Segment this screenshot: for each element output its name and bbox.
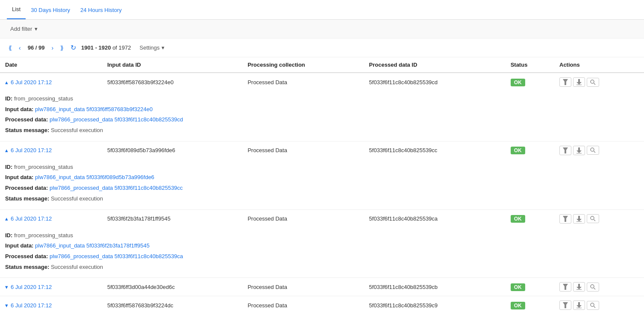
search-action-button[interactable] <box>587 214 599 223</box>
download-icon <box>576 79 582 85</box>
tab-30days[interactable]: 30 Days History <box>26 1 75 19</box>
filter-action-button[interactable] <box>559 77 571 87</box>
id-label: ID: <box>5 164 12 170</box>
filter-icon <box>563 147 568 153</box>
table-row: ▴ 6 Jul 2020 17:12 5f033f6ff587683b9f322… <box>0 73 644 91</box>
processed-value: plw7866_processed_data 5f033f6f11c8c40b8… <box>50 185 183 191</box>
svg-line-11 <box>594 151 596 153</box>
actions-cell <box>559 282 639 292</box>
data-table: Date Input data ID Processing collection… <box>0 57 644 314</box>
date-cell[interactable]: ▴ 6 Jul 2020 17:12 <box>5 79 97 85</box>
filter-action-button[interactable] <box>559 214 571 224</box>
next-page-button[interactable]: › <box>50 44 55 52</box>
svg-line-5 <box>594 83 596 85</box>
table-row: ▴ 6 Jul 2020 17:12 5f033f6f2b3fa178f1ff9… <box>0 209 644 228</box>
search-icon <box>590 303 596 308</box>
date-value: 6 Jul 2020 17:12 <box>11 284 52 290</box>
input-label: Input data: <box>5 106 33 112</box>
download-action-button[interactable] <box>573 300 585 310</box>
last-page-button[interactable]: ⟫ <box>59 44 65 52</box>
svg-rect-3 <box>576 85 582 85</box>
svg-rect-1 <box>578 79 580 82</box>
actions-cell <box>559 300 639 310</box>
download-action-button[interactable] <box>573 77 585 87</box>
filter-icon <box>563 284 568 290</box>
svg-line-17 <box>594 220 596 221</box>
col-status: Status <box>506 57 554 73</box>
filter-action-button[interactable] <box>559 282 571 292</box>
download-action-button[interactable] <box>573 146 585 155</box>
add-filter-button[interactable]: Add filter ▾ <box>7 24 41 34</box>
search-action-button[interactable] <box>587 283 599 292</box>
download-action-button[interactable] <box>573 214 585 224</box>
download-action-button[interactable] <box>573 282 585 292</box>
status-msg-label: Status message: <box>5 127 49 133</box>
table-row: ▴ 6 Jul 2020 17:12 5f033f6f089d5b73a996f… <box>0 141 644 159</box>
next-page-icon: › <box>51 44 53 51</box>
svg-line-23 <box>594 288 596 289</box>
status-msg-value: Successful execution <box>51 195 103 202</box>
collapse-icon: ▴ <box>5 147 8 153</box>
svg-marker-24 <box>563 302 568 308</box>
filter-action-button[interactable] <box>559 300 571 310</box>
status-badge: OK <box>511 215 525 223</box>
download-icon <box>576 302 582 308</box>
date-value: 6 Jul 2020 17:12 <box>11 302 52 309</box>
search-action-button[interactable] <box>587 78 599 87</box>
processed-label: Processed data: <box>5 116 48 123</box>
actions-cell <box>559 77 639 87</box>
svg-marker-18 <box>563 284 568 290</box>
svg-marker-6 <box>563 147 568 153</box>
svg-point-16 <box>591 216 594 220</box>
search-action-button[interactable] <box>587 301 599 310</box>
refresh-button[interactable]: ↻ <box>69 43 78 53</box>
processing-collection: Processed Data <box>242 141 364 159</box>
date-cell[interactable]: ▾ 6 Jul 2020 17:12 <box>5 284 97 290</box>
settings-arrow-icon: ▾ <box>162 44 165 51</box>
input-data-id: 5f033f6ff587683b9f3224e0 <box>102 73 242 91</box>
expand-icon: ▾ <box>5 284 8 290</box>
tab-list[interactable]: List <box>7 0 26 19</box>
prev-page-button[interactable]: ‹ <box>17 44 23 52</box>
status-cell: OK <box>506 209 554 228</box>
svg-marker-0 <box>563 79 568 85</box>
svg-marker-12 <box>563 216 568 222</box>
filter-action-button[interactable] <box>559 146 571 155</box>
table-row-detail: ID: from_processing_status Input data: p… <box>0 159 644 209</box>
svg-marker-26 <box>576 305 582 308</box>
detail-block: ID: from_processing_status Input data: p… <box>5 162 639 204</box>
search-action-button[interactable] <box>587 146 599 155</box>
first-page-button[interactable]: ⟪ <box>7 44 14 52</box>
svg-rect-27 <box>576 308 582 308</box>
date-cell[interactable]: ▾ 6 Jul 2020 17:12 <box>5 302 97 309</box>
input-data-id: 5f033f6f089d5b73a996fde6 <box>102 141 242 159</box>
processed-value: plw7866_processed_data 5f033f6f11c8c40b8… <box>50 253 183 259</box>
processing-collection: Processed Data <box>242 296 364 315</box>
svg-point-10 <box>591 148 594 151</box>
page-range: 1901 - 1920 of 1972 <box>81 44 131 51</box>
processing-collection: Processed Data <box>242 278 364 296</box>
date-value: 6 Jul 2020 17:12 <box>11 79 52 85</box>
input-label: Input data: <box>5 174 33 180</box>
search-icon <box>590 216 596 221</box>
date-value: 6 Jul 2020 17:12 <box>11 215 52 222</box>
input-value: plw7866_input_data 5f033f6ff587683b9f322… <box>35 106 153 112</box>
settings-button[interactable]: Settings ▾ <box>140 44 165 51</box>
col-date: Date <box>0 57 102 73</box>
add-filter-arrow-icon: ▾ <box>35 26 38 32</box>
tab-24hours[interactable]: 24 Hours History <box>75 1 127 19</box>
status-badge: OK <box>511 283 525 291</box>
input-value: plw7866_input_data 5f033f6f089d5b73a996f… <box>35 174 154 180</box>
expand-icon: ▾ <box>5 302 8 309</box>
filter-toolbar: Add filter ▾ <box>0 20 644 38</box>
processed-value: plw7866_processed_data 5f033f6f11c8c40b8… <box>50 116 183 123</box>
processed-data-id: 5f033f6f11c8c40b825539c9 <box>364 296 506 315</box>
status-msg-value: Successful execution <box>51 127 103 133</box>
status-msg-label: Status message: <box>5 195 49 202</box>
date-cell[interactable]: ▴ 6 Jul 2020 17:12 <box>5 215 97 222</box>
col-collection: Processing collection <box>242 57 364 73</box>
id-label: ID: <box>5 95 12 102</box>
download-icon <box>576 147 582 153</box>
date-cell[interactable]: ▴ 6 Jul 2020 17:12 <box>5 147 97 153</box>
status-cell: OK <box>506 141 554 159</box>
